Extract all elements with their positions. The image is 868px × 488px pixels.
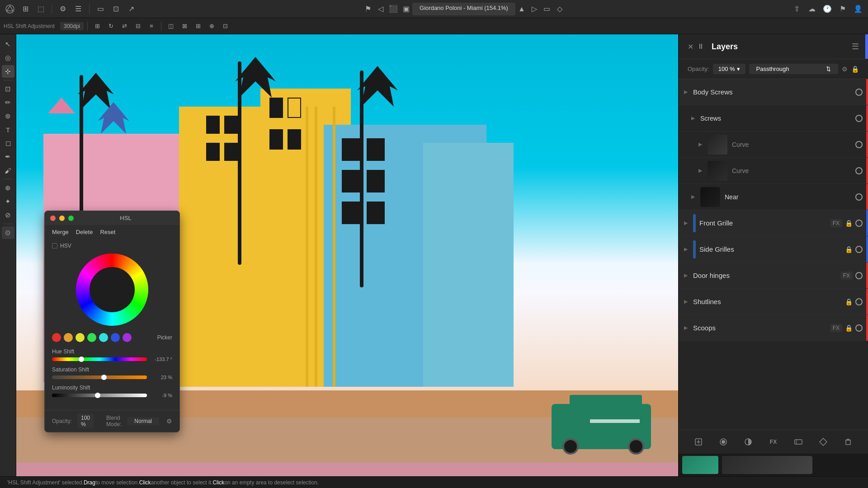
merge-button[interactable]: Merge [52, 229, 69, 235]
layers-close-icon[interactable]: ✕ [688, 42, 693, 51]
swatch-blue[interactable] [111, 333, 120, 342]
layer-item[interactable]: ▶ Scoops FX 🔒 [679, 315, 868, 341]
expand-icon[interactable]: ▶ [691, 194, 698, 200]
blend-mode-button[interactable]: Passthrough ⇅ [749, 64, 838, 74]
sat-shift-thumb[interactable] [101, 375, 107, 380]
hsv-checkbox[interactable] [52, 243, 57, 249]
crop-tool[interactable]: ⊡ [2, 83, 14, 95]
expand-icon[interactable]: ▶ [684, 89, 690, 95]
layers-lock-icon[interactable]: 🔒 [851, 66, 859, 73]
layer-item[interactable]: ▶ Door hinges FX [679, 263, 868, 289]
canvas-area[interactable]: HSL Merge Delete Reset HSV [16, 34, 678, 476]
cloud-icon[interactable]: ☁ [806, 3, 818, 15]
layer-item[interactable]: ▶ Shutlines 🔒 [679, 289, 868, 315]
space-btn[interactable]: ⊠ [179, 20, 190, 32]
expand-icon[interactable]: ▶ [684, 220, 690, 226]
paint-tool[interactable]: ✏ [2, 96, 14, 109]
lock-icon[interactable]: 🔒 [845, 324, 853, 332]
arrange-btn[interactable]: ⊡ [219, 20, 231, 32]
crop-tool-icon[interactable]: ⊡ [109, 3, 122, 15]
expand-icon[interactable]: ▶ [684, 272, 690, 278]
expand-icon[interactable]: ▶ [698, 141, 705, 147]
group-layer-button[interactable] [791, 435, 806, 449]
swatch-red[interactable] [52, 333, 61, 342]
grid-icon[interactable]: ⊞ [19, 3, 32, 15]
expand-icon[interactable]: ▶ [684, 246, 690, 252]
select-tool-icon[interactable]: ▭ [94, 3, 107, 15]
blend-mode-value[interactable]: Normal [127, 417, 159, 425]
adjust-button[interactable] [741, 435, 755, 449]
layer-item[interactable]: ▶ Side Grilles 🔒 [679, 236, 868, 263]
color-wheel[interactable] [76, 253, 148, 326]
layer-visibility-toggle[interactable] [855, 272, 863, 279]
layer-visibility-toggle[interactable] [855, 89, 863, 96]
layer-visibility-toggle[interactable] [855, 167, 863, 174]
layer-visibility-toggle[interactable] [855, 246, 863, 253]
brush-tool[interactable]: 🖌 [2, 164, 14, 177]
hue-shift-slider[interactable] [52, 357, 147, 361]
persona-icon[interactable]: ⬛ [387, 3, 400, 15]
sat-shift-slider[interactable] [52, 375, 147, 379]
file-label[interactable]: Giordano Poloni - Miami (154.1%) [412, 3, 515, 15]
prefs-icon[interactable]: ☰ [72, 3, 85, 15]
layer-visibility-toggle[interactable] [855, 141, 863, 148]
shape-tool[interactable]: ◻ [2, 137, 14, 150]
zoom-tool[interactable]: ⊕ [2, 182, 14, 194]
pixel-icon[interactable]: ▣ [400, 3, 412, 15]
share-icon[interactable]: ⇧ [790, 3, 803, 15]
swatch-green[interactable] [87, 333, 96, 342]
expand-icon[interactable]: ▶ [691, 115, 698, 121]
distribute-btn[interactable]: ≡ [146, 20, 157, 32]
opacity-value[interactable]: 100 % [77, 414, 94, 428]
align-btn[interactable]: ⊟ [132, 20, 144, 32]
layer-visibility-toggle[interactable] [855, 193, 863, 201]
cursor-tool[interactable]: ↖ [2, 38, 14, 51]
text-tool[interactable]: T [2, 123, 14, 136]
minimize-window-button[interactable] [59, 216, 65, 221]
history-icon[interactable]: 🕐 [821, 3, 834, 15]
blend-gear-icon[interactable]: ⚙ [166, 418, 172, 425]
layer-item[interactable]: ▶ Curve [679, 131, 868, 158]
delete-button[interactable]: Delete [76, 229, 93, 235]
swatch-purple[interactable] [123, 333, 132, 342]
maximize-window-button[interactable] [68, 216, 74, 221]
node-tool[interactable]: ◎ [2, 52, 14, 64]
fill-tool[interactable]: ⊛ [2, 110, 14, 122]
search-icon[interactable]: ⚑ [836, 3, 849, 15]
layer-visibility-toggle[interactable] [855, 324, 863, 332]
expand-icon[interactable]: ▶ [684, 299, 690, 305]
lock-icon[interactable]: 🔒 [845, 246, 853, 253]
lock-icon[interactable]: 🔒 [845, 298, 853, 305]
layer-item[interactable]: ▶ Near [679, 184, 868, 210]
clip-button[interactable] [816, 435, 830, 449]
user-icon[interactable]: 👤 [852, 3, 864, 15]
layer-visibility-toggle[interactable] [855, 220, 863, 227]
transform-tool[interactable]: ⊹ [2, 65, 14, 78]
new-layer-button[interactable] [691, 435, 706, 449]
app-logo-icon[interactable] [4, 3, 16, 15]
layer-item[interactable]: ▶ Front Grille FX 🔒 [679, 210, 868, 236]
eyedropper-tool[interactable]: ⊘ [2, 209, 14, 221]
transform-btn[interactable]: ⊞ [91, 20, 103, 32]
rect-icon[interactable]: ▭ [541, 3, 553, 15]
rotate-btn[interactable]: ↻ [105, 20, 117, 32]
close-window-button[interactable] [50, 216, 56, 221]
settings-icon[interactable]: ⚙ [57, 3, 69, 15]
arrow-left-icon[interactable]: ◁ [374, 3, 387, 15]
picker-button[interactable]: Picker [157, 334, 172, 341]
expand-icon[interactable]: ▶ [684, 325, 690, 331]
mask-button[interactable] [716, 435, 731, 449]
fx-button[interactable]: FX [766, 435, 780, 449]
triangle2-icon[interactable]: ▷ [528, 3, 541, 15]
layer-visibility-toggle[interactable] [855, 115, 863, 122]
group-btn[interactable]: ⊞ [192, 20, 204, 32]
swatch-cyan[interactable] [99, 333, 108, 342]
picker-tool[interactable]: ✦ [2, 195, 14, 208]
layout-icon[interactable]: ⬚ [34, 3, 47, 15]
layers-opacity-button[interactable]: 100 % ▾ [713, 64, 745, 74]
lock-btn[interactable]: ⊕ [206, 20, 217, 32]
pen-tool[interactable]: ✒ [2, 150, 14, 163]
expand-icon[interactable]: ▶ [698, 168, 705, 174]
layers-gear-icon[interactable]: ⚙ [842, 66, 848, 73]
reset-button[interactable]: Reset [100, 229, 115, 235]
